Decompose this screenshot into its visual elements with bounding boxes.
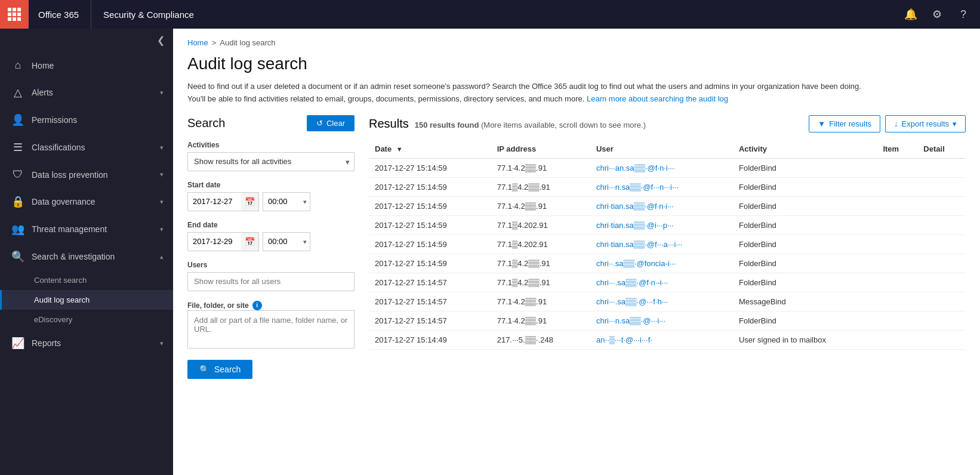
topbar-brand: Office 365 bbox=[29, 0, 91, 29]
chevron-down-icon: ▾ bbox=[160, 340, 164, 347]
info-icon[interactable]: i bbox=[252, 301, 262, 310]
sidebar-item-classifications[interactable]: ☰ Classifications ▾ bbox=[0, 134, 173, 161]
sidebar-item-reports[interactable]: 📈 Reports ▾ bbox=[0, 329, 173, 357]
table-row: 2017-12-27 15:14:49 217.···5.▒▒·.248 an·… bbox=[369, 330, 966, 349]
settings-gear-icon[interactable]: ⚙ bbox=[925, 2, 949, 26]
search-panel: Search ↺ Clear Activities Show results f… bbox=[187, 115, 355, 379]
search-button[interactable]: 🔍 Search bbox=[187, 360, 252, 379]
breadcrumb-home-link[interactable]: Home bbox=[187, 38, 208, 47]
user-link[interactable]: chri···n.sa▒▒·@f···n···i··· bbox=[596, 183, 679, 192]
waffle-menu[interactable] bbox=[0, 0, 29, 29]
user-link[interactable]: chri·tian.sa▒▒·@i···p··· bbox=[596, 221, 674, 230]
results-table-header: Date ▼ IP address User Activity Item Det… bbox=[369, 140, 966, 159]
home-icon: ⌂ bbox=[11, 59, 24, 72]
cell-item bbox=[877, 292, 917, 311]
user-link[interactable]: chri···.sa▒▒·@···f·h··· bbox=[596, 297, 668, 306]
sidebar-item-search-investigation[interactable]: 🔍 Search & investigation ▴ bbox=[0, 243, 173, 270]
table-row: 2017-12-27 15:14:59 77.1·4.2▒▒.91 chri··… bbox=[369, 158, 966, 177]
page-description: Need to find out if a user deleted a doc… bbox=[173, 81, 889, 115]
users-input[interactable] bbox=[187, 272, 355, 291]
end-date-calendar-button[interactable]: 📅 bbox=[241, 232, 259, 251]
sidebar-item-search-label: Search & investigation bbox=[32, 252, 153, 261]
user-link[interactable]: chri·tian.sa▒▒·@f·n·i··· bbox=[596, 202, 674, 211]
sidebar-collapse-button[interactable]: ❮ bbox=[0, 29, 173, 52]
cell-detail bbox=[917, 273, 966, 292]
sidebar-item-alerts[interactable]: △ Alerts ▾ bbox=[0, 79, 173, 106]
sidebar-item-content-search[interactable]: Content search bbox=[0, 270, 173, 290]
activities-select-wrapper: Show results for all activities bbox=[187, 152, 355, 171]
file-textarea[interactable] bbox=[187, 310, 355, 348]
cell-detail bbox=[917, 254, 966, 273]
cell-item bbox=[877, 158, 917, 177]
sidebar-item-permissions[interactable]: 👤 Permissions bbox=[0, 106, 173, 134]
sidebar-item-classifications-label: Classifications bbox=[32, 143, 153, 152]
start-date-calendar-button[interactable]: 📅 bbox=[241, 192, 259, 211]
cell-item bbox=[877, 273, 917, 292]
topbar: Office 365 Security & Compliance 🔔 ⚙ ? bbox=[0, 0, 980, 29]
start-time-select[interactable]: 00:00 bbox=[263, 192, 310, 211]
user-link[interactable]: chri···.sa▒▒·@f·n·-i··· bbox=[596, 278, 668, 287]
cell-activity: FolderBind bbox=[733, 177, 877, 196]
search-button-icon: 🔍 bbox=[199, 365, 209, 374]
results-count: 150 results found (More items available,… bbox=[415, 121, 646, 129]
sidebar-audit-log-label: Audit log search bbox=[34, 295, 90, 304]
sidebar-item-threat-management[interactable]: 👥 Threat management ▾ bbox=[0, 215, 173, 243]
learn-more-link[interactable]: Learn more about searching the audit log bbox=[587, 94, 728, 103]
activities-select[interactable]: Show results for all activities bbox=[187, 152, 355, 171]
cell-user: chri···.sa▒▒·@f·n·-i··· bbox=[590, 273, 733, 292]
waffle-icon bbox=[8, 8, 21, 21]
help-question-icon[interactable]: ? bbox=[951, 2, 975, 26]
page-title-area: Audit log search bbox=[173, 50, 980, 81]
search-button-label: Search bbox=[214, 365, 241, 374]
cell-ip: 77.1·4.2▒▒.91 bbox=[491, 311, 590, 330]
table-row: 2017-12-27 15:14:59 77.1▒4.2▒▒.91 chri··… bbox=[369, 177, 966, 196]
clear-button[interactable]: ↺ Clear bbox=[307, 115, 355, 131]
cell-detail bbox=[917, 196, 966, 215]
end-date-group: End date 📅 00:00 bbox=[187, 221, 355, 251]
sidebar-item-home[interactable]: ⌂ Home bbox=[0, 52, 173, 79]
threat-icon: 👥 bbox=[11, 223, 24, 236]
sidebar-content-search-label: Content search bbox=[34, 276, 87, 285]
end-date-input-wrapper: 📅 bbox=[187, 232, 259, 251]
table-row: 2017-12-27 15:14:57 77.1·4.2▒▒.91 chri··… bbox=[369, 311, 966, 330]
chevron-down-icon: ▾ bbox=[160, 226, 164, 233]
results-panel: Results 150 results found (More items av… bbox=[369, 115, 966, 379]
sidebar: ❮ ⌂ Home △ Alerts ▾ 👤 Permissions ☰ Clas… bbox=[0, 29, 173, 475]
end-time-select[interactable]: 00:00 bbox=[263, 232, 310, 251]
cell-ip: 77.1·4.2▒▒.91 bbox=[491, 292, 590, 311]
sidebar-item-ediscovery[interactable]: eDiscovery bbox=[0, 310, 173, 329]
table-row: 2017-12-27 15:14:59 77.1▒4.2▒▒.91 chri··… bbox=[369, 254, 966, 273]
filter-results-label: Filter results bbox=[829, 119, 871, 128]
user-link[interactable]: chri··.sa▒▒·@foncia-i··· bbox=[596, 259, 676, 268]
cell-user: chri···n.sa▒▒·@f···n···i··· bbox=[590, 177, 733, 196]
user-link[interactable]: chri·tian.sa▒▒·@f···a···i··· bbox=[596, 240, 682, 249]
cell-activity: FolderBind bbox=[733, 254, 877, 273]
filter-results-button[interactable]: ▼ Filter results bbox=[809, 115, 880, 132]
cell-item bbox=[877, 254, 917, 273]
table-row: 2017-12-27 15:14:59 77.1▒4.202.91 chri·t… bbox=[369, 215, 966, 235]
sidebar-item-data-loss-prevention[interactable]: 🛡 Data loss prevention ▾ bbox=[0, 161, 173, 188]
cell-item bbox=[877, 215, 917, 235]
dlp-icon: 🛡 bbox=[11, 168, 24, 181]
topbar-icons: 🔔 ⚙ ? bbox=[899, 2, 980, 26]
col-date[interactable]: Date ▼ bbox=[369, 140, 491, 159]
end-time-wrapper: 00:00 bbox=[263, 232, 310, 251]
sidebar-item-data-governance[interactable]: 🔒 Data governance ▾ bbox=[0, 188, 173, 215]
table-row: 2017-12-27 15:14:57 77.1·4.2▒▒.91 chri··… bbox=[369, 292, 966, 311]
sidebar-item-audit-log-search[interactable]: Audit log search bbox=[0, 290, 173, 310]
notification-bell-icon[interactable]: 🔔 bbox=[899, 2, 923, 26]
cell-detail bbox=[917, 311, 966, 330]
cell-user: chri·tian.sa▒▒·@f·n·i··· bbox=[590, 196, 733, 215]
cell-user: chri·tian.sa▒▒·@f···a···i··· bbox=[590, 235, 733, 254]
cell-detail bbox=[917, 177, 966, 196]
cell-detail bbox=[917, 158, 966, 177]
user-link[interactable]: an··▒···t·@···i···f· bbox=[596, 335, 652, 344]
chevron-down-icon: ▾ bbox=[160, 171, 164, 178]
user-link[interactable]: chri···an.sa▒▒·@f·n·i··· bbox=[596, 164, 674, 172]
user-link[interactable]: chri···n.sa▒▒·@···i··· bbox=[596, 316, 665, 325]
cell-date: 2017-12-27 15:14:57 bbox=[369, 292, 491, 311]
export-results-button[interactable]: ↓ Export results ▾ bbox=[885, 115, 966, 132]
cell-detail bbox=[917, 235, 966, 254]
results-count-number: 150 results found bbox=[415, 121, 479, 129]
sidebar-ediscovery-label: eDiscovery bbox=[34, 315, 72, 324]
